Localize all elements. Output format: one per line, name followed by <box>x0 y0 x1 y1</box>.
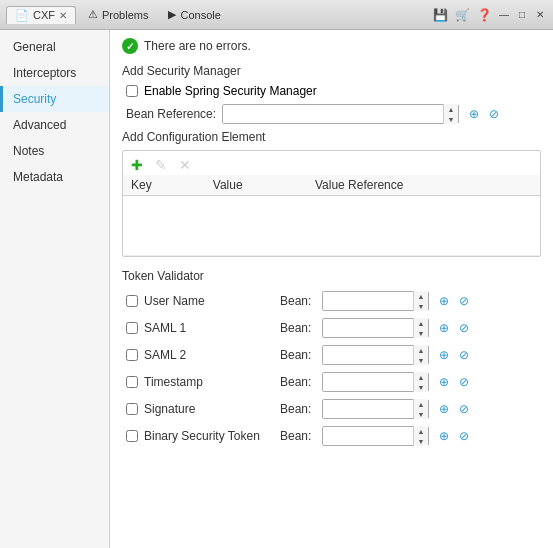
config-element-title: Add Configuration Element <box>122 130 541 144</box>
token-saml1-spin-up[interactable]: ▲ <box>414 318 428 328</box>
bean-reference-edit-icon[interactable]: ⊘ <box>485 105 503 123</box>
token-saml1-spinners: ▲ ▼ <box>413 318 428 338</box>
enable-spring-security-checkbox[interactable] <box>126 85 138 97</box>
token-username-input[interactable] <box>323 292 413 310</box>
cart-icon[interactable]: 🛒 <box>453 6 471 24</box>
token-row-username: User Name Bean: ▲ ▼ ⊕ ⊘ <box>122 289 541 313</box>
token-binary-spin-up[interactable]: ▲ <box>414 426 428 436</box>
token-timestamp-checkbox[interactable] <box>126 376 138 388</box>
token-timestamp-add-icon[interactable]: ⊕ <box>435 373 453 391</box>
config-element-box: ✚ ✎ ✕ Key Value Value Reference <box>122 150 541 257</box>
token-signature-add-icon[interactable]: ⊕ <box>435 400 453 418</box>
token-timestamp-input[interactable] <box>323 373 413 391</box>
sidebar-item-advanced[interactable]: Advanced <box>0 112 109 138</box>
token-binary-actions: ⊕ ⊘ <box>435 427 473 445</box>
token-timestamp-spin-up[interactable]: ▲ <box>414 372 428 382</box>
token-row-saml2: SAML 2 Bean: ▲ ▼ ⊕ ⊘ <box>122 343 541 367</box>
token-saml2-label: SAML 2 <box>144 348 274 362</box>
config-add-button[interactable]: ✚ <box>127 155 147 175</box>
token-timestamp-spinners: ▲ ▼ <box>413 372 428 392</box>
tab-console[interactable]: ▶ Console <box>160 6 228 23</box>
token-saml1-edit-icon[interactable]: ⊘ <box>455 319 473 337</box>
tab-problems-label: Problems <box>102 9 148 21</box>
token-saml2-spin-up[interactable]: ▲ <box>414 345 428 355</box>
close-button[interactable]: ✕ <box>533 8 547 22</box>
config-edit-button[interactable]: ✎ <box>151 155 171 175</box>
token-row-timestamp: Timestamp Bean: ▲ ▼ ⊕ ⊘ <box>122 370 541 394</box>
bean-reference-spinners: ▲ ▼ <box>443 104 458 124</box>
bean-reference-spin-up[interactable]: ▲ <box>444 104 458 114</box>
bean-reference-input-wrapper: ▲ ▼ <box>222 104 459 124</box>
token-saml2-add-icon[interactable]: ⊕ <box>435 346 453 364</box>
token-username-actions: ⊕ ⊘ <box>435 292 473 310</box>
sidebar-item-general[interactable]: General <box>0 34 109 60</box>
token-signature-edit-icon[interactable]: ⊘ <box>455 400 473 418</box>
token-row-signature: Signature Bean: ▲ ▼ ⊕ ⊘ <box>122 397 541 421</box>
token-signature-label: Signature <box>144 402 274 416</box>
config-col-key: Key <box>123 175 205 196</box>
token-binary-add-icon[interactable]: ⊕ <box>435 427 453 445</box>
bean-reference-actions: ⊕ ⊘ <box>465 105 503 123</box>
bean-reference-input[interactable] <box>223 105 443 123</box>
token-signature-spin-down[interactable]: ▼ <box>414 409 428 419</box>
token-username-spin-up[interactable]: ▲ <box>414 291 428 301</box>
token-signature-spin-up[interactable]: ▲ <box>414 399 428 409</box>
tab-cxf-label: CXF <box>33 9 55 21</box>
token-binary-edit-icon[interactable]: ⊘ <box>455 427 473 445</box>
status-text: There are no errors. <box>144 39 251 53</box>
enable-spring-security-label: Enable Spring Security Manager <box>144 84 317 98</box>
sidebar-item-metadata[interactable]: Metadata <box>0 164 109 190</box>
token-saml2-spinner-wrapper: ▲ ▼ <box>322 345 429 365</box>
sidebar-item-general-label: General <box>13 40 56 54</box>
bean-reference-label: Bean Reference: <box>126 107 216 121</box>
sidebar: General Interceptors Security Advanced N… <box>0 30 110 548</box>
token-timestamp-spin-down[interactable]: ▼ <box>414 382 428 392</box>
token-timestamp-label: Timestamp <box>144 375 274 389</box>
token-binary-checkbox[interactable] <box>126 430 138 442</box>
token-signature-input[interactable] <box>323 400 413 418</box>
sidebar-item-metadata-label: Metadata <box>13 170 63 184</box>
token-binary-label: Binary Security Token <box>144 429 274 443</box>
enable-spring-security-row: Enable Spring Security Manager <box>126 84 541 98</box>
token-signature-checkbox[interactable] <box>126 403 138 415</box>
token-saml2-input[interactable] <box>323 346 413 364</box>
config-delete-button[interactable]: ✕ <box>175 155 195 175</box>
token-saml2-spin-down[interactable]: ▼ <box>414 355 428 365</box>
tab-bar: 📄 CXF ✕ ⚠ Problems ▶ Console <box>6 6 423 24</box>
token-binary-spinner-wrapper: ▲ ▼ <box>322 426 429 446</box>
tab-cxf[interactable]: 📄 CXF ✕ <box>6 6 76 24</box>
config-col-value: Value <box>205 175 307 196</box>
tab-console-label: Console <box>180 9 220 21</box>
sidebar-item-security[interactable]: Security <box>0 86 109 112</box>
token-signature-spinners: ▲ ▼ <box>413 399 428 419</box>
token-saml1-checkbox[interactable] <box>126 322 138 334</box>
maximize-button[interactable]: □ <box>515 8 529 22</box>
token-saml2-edit-icon[interactable]: ⊘ <box>455 346 473 364</box>
token-saml1-input[interactable] <box>323 319 413 337</box>
token-timestamp-edit-icon[interactable]: ⊘ <box>455 373 473 391</box>
bean-reference-spin-down[interactable]: ▼ <box>444 114 458 124</box>
config-table: Key Value Value Reference <box>123 175 540 256</box>
token-username-add-icon[interactable]: ⊕ <box>435 292 453 310</box>
token-binary-input[interactable] <box>323 427 413 445</box>
token-username-spin-down[interactable]: ▼ <box>414 301 428 311</box>
sidebar-item-interceptors[interactable]: Interceptors <box>0 60 109 86</box>
minimize-button[interactable]: — <box>497 8 511 22</box>
token-username-bean-label: Bean: <box>280 294 316 308</box>
token-username-edit-icon[interactable]: ⊘ <box>455 292 473 310</box>
save-icon[interactable]: 💾 <box>431 6 449 24</box>
sidebar-item-interceptors-label: Interceptors <box>13 66 76 80</box>
token-saml2-checkbox[interactable] <box>126 349 138 361</box>
bean-reference-add-icon[interactable]: ⊕ <box>465 105 483 123</box>
token-binary-spin-down[interactable]: ▼ <box>414 436 428 446</box>
token-signature-spinner-wrapper: ▲ ▼ <box>322 399 429 419</box>
token-username-checkbox[interactable] <box>126 295 138 307</box>
tab-cxf-close[interactable]: ✕ <box>59 10 67 21</box>
token-saml1-spin-down[interactable]: ▼ <box>414 328 428 338</box>
token-saml1-add-icon[interactable]: ⊕ <box>435 319 453 337</box>
token-saml1-label: SAML 1 <box>144 321 274 335</box>
tab-problems[interactable]: ⚠ Problems <box>80 6 156 23</box>
security-manager-title: Add Security Manager <box>122 64 541 78</box>
help-icon[interactable]: ❓ <box>475 6 493 24</box>
sidebar-item-notes[interactable]: Notes <box>0 138 109 164</box>
